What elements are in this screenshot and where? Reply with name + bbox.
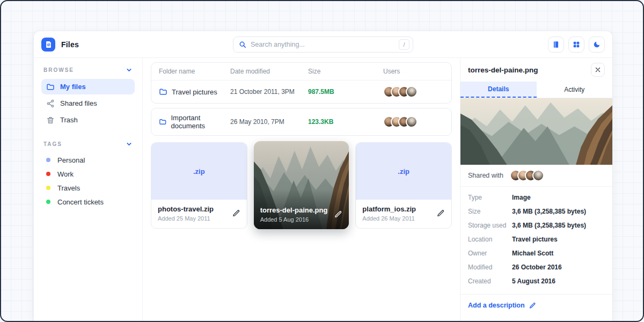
file-name: photos-travel.zip [158, 205, 232, 213]
sidebar-item-label: Trash [60, 116, 78, 124]
app-window: Files / Browse [33, 31, 613, 322]
app-logo-icon [41, 38, 55, 52]
tag-item-personal[interactable]: Personal [41, 153, 135, 167]
field-label: Created [468, 277, 512, 285]
rename-button[interactable] [232, 209, 240, 217]
rename-button[interactable] [334, 210, 342, 218]
sidebar-item-shared-files[interactable]: Shared files [41, 96, 135, 111]
close-icon [595, 67, 601, 73]
table-row[interactable]: Travel pictures 21 October 2011, 3PM 987… [151, 80, 451, 103]
main-content: Folder name Date modified Size Users Tra… [143, 58, 460, 322]
chevron-down-icon[interactable] [126, 67, 133, 74]
file-metadata: Type Image Size 3,6 MB (3,258,385 bytes)… [460, 187, 612, 292]
folder-icon [46, 83, 55, 91]
add-description-label: Add a description [468, 302, 525, 309]
sidebar-item-trash[interactable]: Trash [41, 112, 135, 128]
search-shortcut-badge: / [399, 39, 409, 50]
metadata-row-type: Type Image [460, 191, 612, 204]
details-file-title: torres-del-paine.png [468, 66, 538, 74]
column-header-folder-name: Folder name [159, 68, 230, 75]
file-added-date: Added 25 May 2011 [158, 215, 232, 222]
avatar [532, 170, 544, 181]
file-card-platform-ios[interactable]: .zip platform_ios.zip Added 26 May 2011 [355, 142, 452, 229]
date-modified: 26 May 2010, 7PM [230, 118, 308, 126]
zip-preview: .zip [356, 143, 451, 200]
table-row[interactable]: Important documents 26 May 2010, 7PM 123… [151, 108, 452, 136]
column-header-size: Size [308, 68, 383, 75]
chevron-down-icon[interactable] [126, 141, 133, 148]
tags-section-label: Tags [43, 141, 62, 147]
field-value: 26 October 2016 [512, 264, 605, 271]
tag-color-dot [46, 186, 50, 190]
table-header-row: Folder name Date modified Size Users [151, 63, 451, 80]
dark-mode-button[interactable] [589, 36, 605, 53]
folder-size: 123.3KB [308, 118, 383, 126]
avatar [406, 86, 418, 98]
moon-icon [593, 41, 601, 48]
field-value: 3,6 MB (3,258,385 bytes) [512, 222, 605, 229]
book-icon [552, 41, 560, 48]
close-panel-button[interactable] [591, 63, 605, 77]
header-actions [548, 36, 605, 53]
tag-label: Work [57, 170, 74, 178]
tag-item-concert-tickets[interactable]: Concert tickets [41, 195, 135, 209]
metadata-row-owner: Owner Michael Scott [460, 246, 612, 260]
field-value: Michael Scott [512, 250, 605, 257]
browse-section-label: Browse [43, 67, 74, 73]
trash-icon [46, 116, 55, 125]
tab-activity[interactable]: Activity [537, 82, 613, 98]
tag-item-travels[interactable]: Travels [41, 181, 135, 195]
details-tabs: Details Activity [460, 82, 612, 98]
grid-icon [573, 41, 580, 48]
app-header: Files / [34, 31, 612, 58]
pencil-icon [529, 302, 536, 309]
tag-color-dot [46, 200, 50, 204]
zip-preview: .zip [151, 143, 247, 200]
tag-label: Concert tickets [57, 198, 104, 206]
shared-with-avatars [510, 170, 544, 181]
tag-color-dot [46, 158, 50, 162]
search-bar[interactable]: / [233, 36, 413, 53]
column-header-date-modified: Date modified [230, 68, 308, 75]
file-name: platform_ios.zip [362, 205, 437, 213]
field-label: Location [468, 236, 512, 243]
metadata-row-modified: Modified 26 October 2016 [460, 260, 612, 274]
apps-grid-button[interactable] [568, 36, 584, 53]
tag-item-work[interactable]: Work [41, 167, 135, 181]
folder-icon [159, 118, 166, 126]
rename-button[interactable] [437, 209, 445, 217]
brand: Files [41, 38, 79, 52]
folder-size: 987.5MB [308, 88, 383, 96]
users-avatars [383, 86, 444, 98]
metadata-row-location: Location Travel pictures [460, 232, 612, 246]
add-description-button[interactable]: Add a description [460, 294, 612, 316]
folder-name: Travel pictures [172, 88, 217, 96]
file-card-photos-travel[interactable]: .zip photos-travel.zip Added 25 May 2011 [151, 142, 247, 229]
field-label: Size [468, 208, 512, 215]
folder-name: Important documents [171, 114, 230, 130]
field-label: Type [468, 194, 512, 201]
details-panel: torres-del-paine.png Details Activity [460, 58, 612, 322]
field-label: Storage used [468, 222, 512, 229]
file-preview-image [460, 98, 612, 165]
tab-details[interactable]: Details [460, 82, 537, 98]
sidebar-item-label: My files [60, 83, 86, 91]
library-button[interactable] [548, 36, 564, 53]
sidebar: Browse My files Shared files Trash Tags [34, 58, 143, 322]
sidebar-item-label: Shared files [60, 99, 97, 107]
shared-with-label: Shared with [468, 172, 503, 179]
date-modified: 21 October 2011, 3PM [230, 88, 308, 96]
field-value: Image [512, 194, 605, 201]
column-header-users: Users [383, 68, 444, 75]
search-icon [239, 41, 246, 48]
field-label: Modified [468, 264, 512, 271]
tag-label: Personal [57, 156, 85, 164]
avatar [406, 116, 418, 128]
zip-badge: .zip [193, 167, 205, 175]
search-input[interactable] [251, 41, 394, 48]
tag-label: Travels [57, 184, 80, 192]
file-card-torres-del-paine[interactable]: torres-del-paine.png Added 5 Aug 2016 [254, 141, 349, 229]
file-name: torres-del-paine.png [260, 206, 335, 214]
sidebar-item-my-files[interactable]: My files [41, 79, 135, 94]
pencil-icon [232, 209, 240, 217]
